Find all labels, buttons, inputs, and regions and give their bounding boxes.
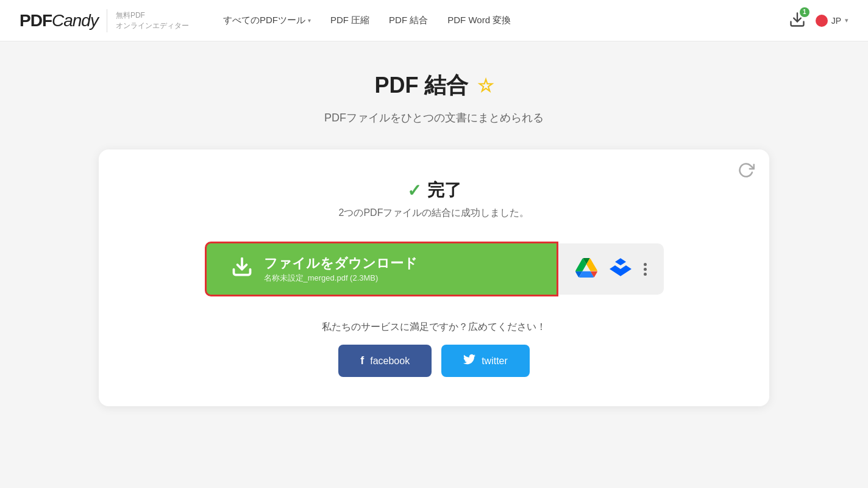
more-options-button[interactable] xyxy=(644,263,647,276)
google-drive-button[interactable] xyxy=(575,258,597,280)
cloud-actions xyxy=(558,243,664,295)
download-history-button[interactable]: 1 xyxy=(789,11,806,30)
facebook-icon: f xyxy=(360,354,364,367)
download-button[interactable]: ファイルをダウンロード 名称未設定_merged.pdf (2.3MB) xyxy=(205,242,558,296)
main-nav: すべてのPDFツール ▾ PDF 圧縮 PDF 結合 PDF Word 変換 xyxy=(223,15,774,26)
download-row: ファイルをダウンロード 名称未設定_merged.pdf (2.3MB) xyxy=(128,242,740,296)
header: PDFCandy 無料PDF オンラインエディター すべてのPDFツール ▾ P… xyxy=(0,0,868,41)
chevron-down-icon: ▾ xyxy=(845,16,848,24)
chevron-down-icon: ▾ xyxy=(308,17,311,24)
download-icon xyxy=(231,256,253,282)
download-badge: 1 xyxy=(800,7,809,17)
logo-area: PDFCandy 無料PDF オンラインエディター xyxy=(20,9,189,32)
share-area: 私たちのサービスに満足ですか？広めてください！ f facebook twitt… xyxy=(128,321,740,377)
nav-all-tools[interactable]: すべてのPDFツール ▾ xyxy=(223,15,311,26)
favorite-star-icon[interactable]: ☆ xyxy=(477,75,494,96)
logo-bold: PDF xyxy=(20,11,52,30)
twitter-icon xyxy=(463,353,475,368)
success-area: ✓ 完了 2つのPDFファイルの結合に成功しました。 xyxy=(128,179,740,220)
language-selector[interactable]: JP ▾ xyxy=(816,15,848,27)
header-right: 1 JP ▾ xyxy=(789,11,848,30)
download-filename: 名称未設定_merged.pdf (2.3MB) xyxy=(264,273,418,284)
logo-italic: Candy xyxy=(52,11,98,30)
page-subtitle: PDFファイルをひとつの文書にまとめられる xyxy=(324,110,544,125)
logo-divider xyxy=(107,9,107,32)
dropbox-button[interactable] xyxy=(610,257,631,281)
share-text: 私たちのサービスに満足ですか？広めてください！ xyxy=(128,321,740,334)
logo-subtitle: 無料PDF オンラインエディター xyxy=(116,10,189,31)
nav-merge[interactable]: PDF 結合 xyxy=(389,15,428,26)
twitter-share-button[interactable]: twitter xyxy=(441,345,530,377)
main-card: ✓ 完了 2つのPDFファイルの結合に成功しました。 ファイルをダウンロード 名… xyxy=(99,149,769,406)
flag-icon xyxy=(816,15,828,27)
main-content: PDF 結合 ☆ PDFファイルをひとつの文書にまとめられる ✓ 完了 2つのP… xyxy=(0,41,868,426)
refresh-button[interactable] xyxy=(738,162,755,182)
download-label: ファイルをダウンロード xyxy=(264,254,418,273)
nav-compress[interactable]: PDF 圧縮 xyxy=(330,15,369,26)
nav-to-word[interactable]: PDF Word 変換 xyxy=(447,15,511,26)
checkmark-icon: ✓ xyxy=(407,181,421,201)
facebook-share-button[interactable]: f facebook xyxy=(338,345,432,377)
success-message: 2つのPDFファイルの結合に成功しました。 xyxy=(128,207,740,220)
page-title: PDF 結合 ☆ xyxy=(374,71,493,101)
share-buttons: f facebook twitter xyxy=(128,345,740,377)
success-title: ✓ 完了 xyxy=(128,179,740,202)
logo[interactable]: PDFCandy xyxy=(20,11,98,30)
